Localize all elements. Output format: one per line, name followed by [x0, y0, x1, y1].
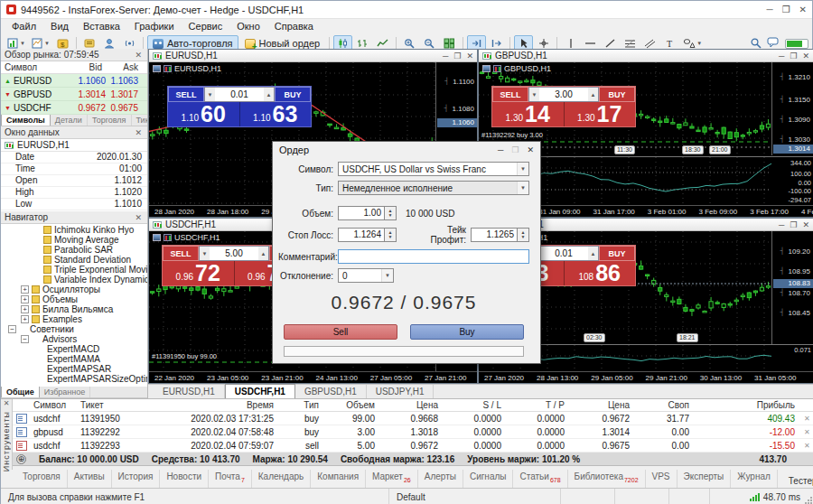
- toolbox-tab[interactable]: Почта7: [209, 470, 252, 488]
- toolbox-tab[interactable]: Журнал: [731, 470, 778, 488]
- chart-maximize-icon[interactable]: ❐: [790, 220, 797, 229]
- navigator-item[interactable]: + Осцилляторы: [1, 285, 147, 294]
- chart-close-icon[interactable]: ✕: [466, 51, 473, 61]
- tree-expander-icon[interactable]: +: [21, 315, 29, 323]
- navigator-item[interactable]: Ichimoku Kinko Hyo: [1, 225, 147, 235]
- toolbox-tab[interactable]: Статьи678: [513, 470, 567, 488]
- market-watch-row[interactable]: ▼USDCHF 0.9672 0.9675: [1, 101, 147, 115]
- one-click-trading-icon[interactable]: [164, 65, 172, 72]
- close-window-button[interactable]: ✕: [799, 5, 807, 14]
- column-bid[interactable]: Bid: [64, 61, 106, 73]
- market-watch-close-icon[interactable]: ✕: [133, 51, 144, 60]
- navigator-item[interactable]: Standard Deviation: [1, 255, 147, 265]
- column-sl[interactable]: S / L: [443, 400, 506, 410]
- market-watch-row[interactable]: ▲EURUSD 1.1060 1.1063: [1, 74, 147, 88]
- navigator-tab[interactable]: Общие: [1, 387, 40, 397]
- column-profit[interactable]: Прибыль: [694, 400, 799, 410]
- navigator-item[interactable]: − Advisors: [1, 334, 147, 344]
- market-watch-tab[interactable]: Символы: [1, 115, 51, 126]
- market-watch-tab[interactable]: Тики: [132, 115, 148, 126]
- navigator-item[interactable]: + Examples: [1, 314, 147, 324]
- resize-grip[interactable]: [805, 497, 812, 504]
- lot-stepper[interactable]: ▼3.00▲: [528, 87, 599, 102]
- chart-minimize-icon[interactable]: ─: [779, 51, 784, 61]
- toolbox-tab[interactable]: Алерты: [418, 470, 463, 488]
- take-profit-input[interactable]: 1.1265: [471, 228, 518, 242]
- sell-button[interactable]: SELL: [168, 87, 204, 102]
- toolbox-tab[interactable]: Активы: [68, 470, 112, 488]
- market-watch-tab[interactable]: Торговля: [88, 115, 132, 126]
- lot-increase-icon[interactable]: ▲: [588, 88, 598, 101]
- close-position-icon[interactable]: ✕: [799, 428, 813, 436]
- one-click-trading-icon[interactable]: [164, 234, 172, 241]
- toolbox-tab[interactable]: Торговля: [16, 470, 68, 488]
- volume-input[interactable]: 1.00: [338, 206, 385, 220]
- chart-minimize-icon[interactable]: ─: [443, 51, 448, 61]
- menu-item[interactable]: Файл: [5, 20, 43, 33]
- chart-tab[interactable]: USDCHF,H1: [225, 384, 295, 398]
- navigator-close-icon[interactable]: ✕: [133, 213, 144, 222]
- chart-maximize-icon[interactable]: ❐: [790, 51, 797, 61]
- lot-stepper[interactable]: ▼5.00▲: [199, 246, 269, 261]
- navigator-item[interactable]: Moving Average: [1, 235, 147, 245]
- position-row[interactable]: usdchf 11392293 2020.02.04 07:59:07 sell…: [13, 439, 813, 453]
- column-price[interactable]: Цена: [379, 400, 443, 410]
- toolbox-tab[interactable]: VPS: [646, 470, 678, 488]
- order-dialog-titlebar[interactable]: Ордер ─❐✕: [273, 142, 540, 158]
- toolbox-tab[interactable]: Маркет26: [366, 470, 418, 488]
- dialog-close-icon[interactable]: ✕: [527, 145, 534, 154]
- tree-expander-icon[interactable]: −: [21, 335, 29, 343]
- data-window-close-icon[interactable]: ✕: [133, 128, 144, 137]
- column-tp[interactable]: T / P: [506, 400, 569, 410]
- depth-of-market-icon[interactable]: [153, 234, 161, 241]
- lot-decrease-icon[interactable]: ▼: [529, 88, 539, 101]
- lot-value[interactable]: 5.00: [210, 248, 258, 258]
- navigator-item[interactable]: Parabolic SAR: [1, 245, 147, 255]
- chart-maximize-icon[interactable]: ❐: [453, 51, 461, 61]
- column-symbol[interactable]: Символ: [1, 61, 64, 73]
- toolbox-tab[interactable]: История: [112, 470, 161, 488]
- chart-tab[interactable]: EURUSD,H1: [154, 385, 225, 398]
- chart-tab[interactable]: USDJPY,H1: [367, 385, 435, 398]
- profile-name[interactable]: Default: [389, 489, 561, 504]
- lot-value[interactable]: 3.00: [539, 89, 588, 99]
- navigator-item[interactable]: ExpertMAPSAR: [1, 364, 147, 374]
- toolbox-tab[interactable]: Сигналы: [463, 470, 514, 488]
- sell-button[interactable]: SELL: [163, 246, 199, 261]
- toolbox-tab[interactable]: Компания: [311, 470, 366, 488]
- depth-of-market-icon[interactable]: [482, 65, 491, 72]
- lot-decrease-icon[interactable]: ▼: [200, 247, 210, 260]
- expand-icon[interactable]: ⊕: [16, 454, 26, 464]
- navigator-tab[interactable]: Избранное: [40, 387, 91, 397]
- chat-icon[interactable]: [767, 37, 780, 50]
- menu-item[interactable]: Вставка: [76, 20, 127, 33]
- sell-button[interactable]: Sell: [284, 324, 397, 340]
- lot-value[interactable]: 0.01: [539, 248, 588, 258]
- menu-item[interactable]: Справка: [267, 20, 321, 33]
- navigator-item[interactable]: Triple Exponential Movin: [1, 265, 147, 275]
- chart-close-icon[interactable]: ✕: [802, 51, 809, 61]
- toolbox-tab[interactable]: Библиотека7202: [568, 470, 646, 488]
- market-watch-tab[interactable]: Детали: [51, 115, 88, 126]
- chevron-down-icon[interactable]: ▼: [381, 269, 393, 282]
- depth-of-market-icon[interactable]: [153, 65, 161, 72]
- close-position-icon[interactable]: ✕: [799, 442, 813, 450]
- minimize-window-button[interactable]: ─: [767, 5, 773, 14]
- lot-increase-icon[interactable]: ▲: [258, 247, 268, 260]
- chart-titlebar[interactable]: GBPUSD,H1 ─❐✕: [479, 50, 813, 62]
- column-volume[interactable]: Объем: [323, 400, 379, 410]
- column-swap[interactable]: Своп: [634, 400, 694, 410]
- menu-item[interactable]: Окно: [229, 20, 267, 33]
- deviation-select[interactable]: 0▼: [338, 268, 394, 283]
- column-current-price[interactable]: Цена: [569, 400, 634, 410]
- chevron-down-icon[interactable]: ▼: [517, 163, 528, 175]
- maximize-window-button[interactable]: ❐: [782, 5, 790, 14]
- buy-button[interactable]: BUY: [275, 87, 311, 102]
- menu-item[interactable]: Графики: [127, 20, 182, 33]
- market-watch-row[interactable]: ▼GBPUSD 1.3014 1.3017: [1, 88, 147, 101]
- navigator-item[interactable]: + Билла Вильямса: [1, 304, 147, 314]
- column-type[interactable]: Тип: [278, 400, 323, 410]
- toolbox-tab[interactable]: Календарь: [252, 470, 311, 488]
- lot-stepper[interactable]: ▼0.01▲: [204, 87, 275, 102]
- chart-titlebar[interactable]: EURUSD,H1 ─❐✕: [149, 50, 477, 62]
